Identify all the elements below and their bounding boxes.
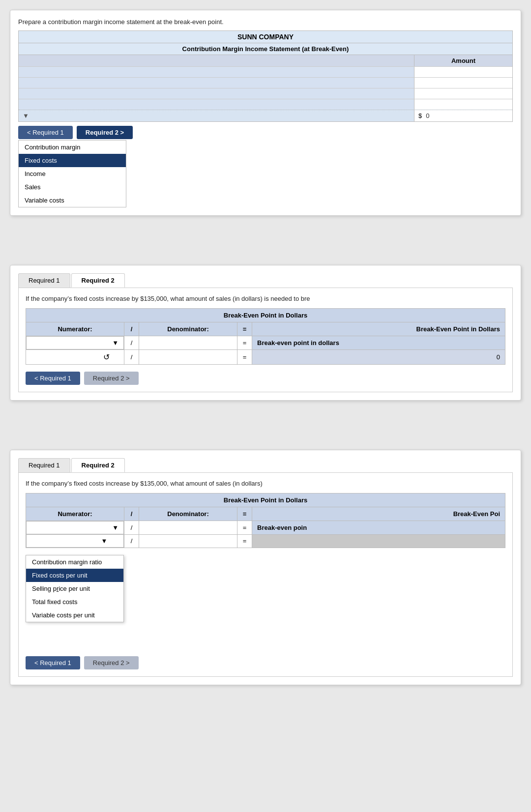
label-col-header bbox=[19, 55, 414, 66]
be-row-2-3: ▼ / = bbox=[26, 534, 505, 548]
req2-button-2[interactable]: Required 2 > bbox=[84, 372, 139, 385]
slash-cell2-2: / bbox=[124, 350, 139, 365]
tab-bar-2: Required 1 Required 2 bbox=[18, 273, 513, 288]
denominator-value-input-2[interactable] bbox=[144, 353, 232, 361]
nav-buttons-2: < Required 1 Required 2 > bbox=[26, 372, 505, 385]
dropdown-item-fixed-costs[interactable]: Fixed costs bbox=[19, 154, 126, 167]
dropdown-item-sales[interactable]: Sales bbox=[19, 180, 126, 194]
req1-button[interactable]: < Required 1 bbox=[18, 126, 73, 139]
dropdown-menu-1: Contribution margin Fixed costs Income S… bbox=[18, 140, 126, 207]
numerator-value-input-2[interactable] bbox=[31, 353, 101, 361]
result-value-2: 0 bbox=[252, 350, 505, 365]
row-input-2[interactable] bbox=[414, 78, 512, 88]
slash-cell-3: / bbox=[124, 521, 139, 535]
panel2-body: If the company’s fixed costs increase by… bbox=[18, 288, 513, 392]
dropdown-left[interactable]: ▼ bbox=[19, 110, 414, 121]
panel-3: Required 1 Required 2 If the company’s f… bbox=[10, 450, 521, 685]
equals-header-3: = bbox=[237, 507, 252, 521]
numerator-value-dropdown-3[interactable]: ▼ bbox=[26, 534, 124, 548]
be-table-2: Break-Even Point in Dollars Numerator: /… bbox=[26, 308, 505, 365]
nav-buttons: < Required 1 Required 2 > bbox=[18, 126, 513, 139]
denominator-input-3[interactable] bbox=[144, 524, 232, 531]
dollar-sign: $ bbox=[418, 112, 422, 119]
row-label-3 bbox=[19, 88, 414, 99]
table-header: Amount bbox=[19, 55, 512, 66]
dropdown-item-selling-price[interactable]: Selling price per unit bbox=[26, 582, 123, 595]
numerator-value-cell-2[interactable]: ↺ bbox=[26, 350, 124, 365]
row-input-field-3[interactable] bbox=[418, 90, 508, 97]
dropdown-item-variable-costs[interactable]: Variable costs bbox=[19, 194, 126, 207]
slash-cell2-3: / bbox=[124, 534, 139, 548]
row-input-1[interactable] bbox=[414, 67, 512, 77]
tab-required1-3[interactable]: Required 1 bbox=[18, 458, 70, 472]
gap-2 bbox=[10, 420, 521, 450]
panel-1: Prepare a contribution margin income sta… bbox=[10, 10, 521, 216]
table-row bbox=[19, 66, 512, 77]
row-input-field-4[interactable] bbox=[418, 101, 508, 108]
equals-cell2-3: = bbox=[237, 534, 252, 548]
row-label-4 bbox=[19, 99, 414, 110]
row-input-field-2[interactable] bbox=[418, 79, 508, 87]
result-label-3: Break-even poin bbox=[252, 521, 505, 535]
dropdown-item-variable-costs-unit[interactable]: Variable costs per unit bbox=[26, 609, 123, 622]
dropdown-item-fixed-costs-unit[interactable]: Fixed costs per unit bbox=[26, 569, 123, 582]
numerator-dropdown-arrow-2[interactable]: ▼ bbox=[112, 339, 118, 347]
row-label-1 bbox=[19, 67, 414, 77]
row-input-3[interactable] bbox=[414, 88, 512, 99]
dropdown-right: $ 0 bbox=[414, 110, 512, 121]
denominator-input-cell-2[interactable] bbox=[139, 336, 237, 350]
numerator-value-input-3[interactable] bbox=[31, 537, 101, 545]
be-table-title-2: Break-Even Point in Dollars bbox=[26, 309, 505, 322]
table-row bbox=[19, 77, 512, 88]
tab-required1-2[interactable]: Required 1 bbox=[18, 273, 70, 288]
dropdown-item-income[interactable]: Income bbox=[19, 167, 126, 180]
dropdown-menu-3: Contribution margin ratio Fixed costs pe… bbox=[26, 555, 124, 622]
slash-cell-2: / bbox=[124, 336, 139, 350]
slash-header-3: / bbox=[124, 507, 139, 521]
denominator-input-2[interactable] bbox=[144, 339, 232, 347]
denominator-header-2: Denominator: bbox=[139, 322, 237, 336]
question-text-3: If the company’s fixed costs increase by… bbox=[26, 480, 505, 487]
dropdown-arrow-icon[interactable]: ▼ bbox=[23, 112, 29, 119]
numerator-dropdown-arrow-3[interactable]: ▼ bbox=[112, 524, 118, 531]
numerator-header-2: Numerator: bbox=[26, 322, 124, 336]
numerator-input-2[interactable] bbox=[31, 339, 112, 347]
row-input-field-1[interactable] bbox=[418, 68, 508, 76]
equals-cell-2: = bbox=[237, 336, 252, 350]
result-header-2: Break-Even Point in Dollars bbox=[252, 322, 505, 336]
denominator-input-cell-3[interactable] bbox=[139, 521, 237, 535]
be-table-3: Break-Even Point in Dollars Numerator: /… bbox=[26, 493, 505, 548]
numerator-input-3[interactable] bbox=[31, 524, 112, 531]
tab-required2-2[interactable]: Required 2 bbox=[71, 273, 125, 288]
req1-button-2[interactable]: < Required 1 bbox=[26, 372, 80, 385]
be-table-title-3: Break-Even Point in Dollars bbox=[26, 493, 505, 507]
company-title: SUNN COMPANY bbox=[19, 31, 512, 43]
numerator-input-cell-3[interactable]: ▼ bbox=[26, 521, 124, 534]
dropdown-row: ▼ $ 0 bbox=[19, 110, 512, 121]
nav-buttons-3: < Required 1 Required 2 > bbox=[26, 656, 505, 669]
amount-col-header: Amount bbox=[414, 55, 512, 66]
denominator-value-cell-3[interactable] bbox=[139, 534, 237, 548]
denominator-value-cell-2[interactable] bbox=[139, 350, 237, 365]
dropdown-item-cm-ratio[interactable]: Contribution margin ratio bbox=[26, 555, 123, 569]
req2-button[interactable]: Required 2 > bbox=[77, 126, 133, 139]
tab-bar-3: Required 1 Required 2 bbox=[18, 458, 513, 472]
req1-button-3[interactable]: < Required 1 bbox=[26, 656, 80, 669]
row-input-4[interactable] bbox=[414, 99, 512, 110]
tab-required2-3[interactable]: Required 2 bbox=[71, 458, 125, 472]
panel1-inner-table: SUNN COMPANY Contribution Margin Income … bbox=[18, 30, 513, 122]
gap-1 bbox=[10, 235, 521, 265]
equals-cell-3: = bbox=[237, 521, 252, 535]
be-row-1-2: ▼ / = Break-even point in dollars bbox=[26, 336, 505, 350]
denominator-value-input-3[interactable] bbox=[144, 537, 232, 545]
req2-button-3[interactable]: Required 2 > bbox=[84, 656, 139, 669]
slash-header-2: / bbox=[124, 322, 139, 336]
result-label-2: Break-even point in dollars bbox=[252, 336, 505, 350]
dropdown-item-contribution-margin[interactable]: Contribution margin bbox=[19, 141, 126, 154]
numerator-input-cell-2[interactable]: ▼ bbox=[26, 336, 124, 349]
numerator-dropdown-arrow2-3[interactable]: ▼ bbox=[101, 537, 108, 545]
numerator-header-3: Numerator: bbox=[26, 507, 124, 521]
result-value-3 bbox=[252, 534, 505, 548]
dropdown-item-total-fixed[interactable]: Total fixed costs bbox=[26, 595, 123, 609]
panel-2: Required 1 Required 2 If the company’s f… bbox=[10, 265, 521, 401]
